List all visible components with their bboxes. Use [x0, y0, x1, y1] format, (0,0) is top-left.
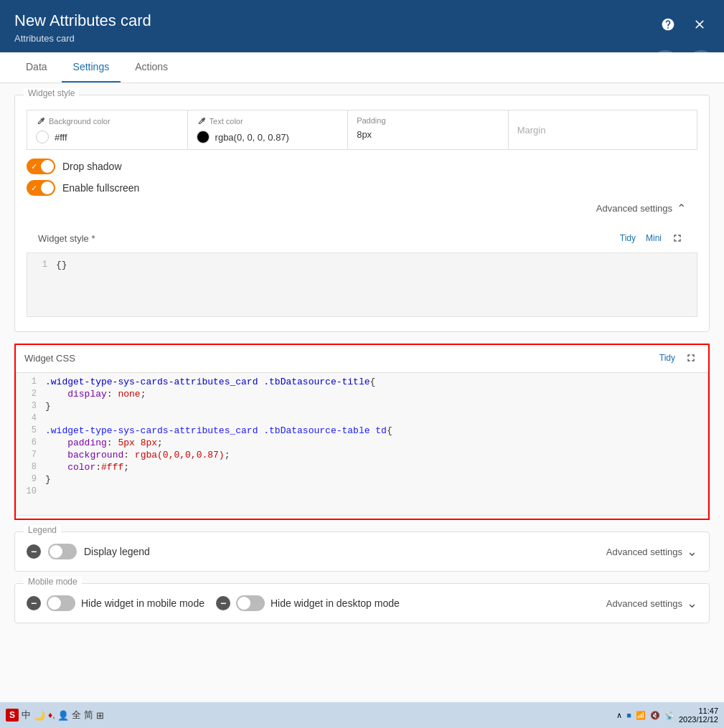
legend-chevron-icon[interactable]: ⌄: [687, 544, 697, 559]
hide-desktop-toggle[interactable]: [236, 595, 265, 611]
drop-shadow-toggle[interactable]: ✓: [27, 159, 55, 174]
ime-chinese-icon: 中: [22, 709, 31, 722]
legend-row: − Display legend Advanced settings ⌄: [27, 544, 697, 559]
tab-data[interactable]: Data: [14, 52, 59, 82]
css-line-6: 6 padding: 5px 8px;: [17, 437, 707, 449]
widget-css-actions: Tidy: [657, 349, 700, 367]
widget-css-label: Widget CSS: [24, 353, 75, 364]
enable-fullscreen-toggle-item: ✓ Enable fullscreen: [27, 180, 697, 196]
ime-moon-icon: 🌙: [34, 710, 45, 721]
tab-actions[interactable]: Actions: [123, 52, 179, 82]
ime-simplified-icon: 简: [84, 709, 93, 722]
legend-advanced-settings: Advanced settings ⌄: [606, 544, 697, 559]
taskbar-wifi-icon: 📶: [636, 711, 646, 720]
css-line-3: 3 }: [17, 400, 707, 412]
css-line-2: 2 display: none;: [17, 388, 707, 400]
taskbar: S 中 🌙 ♦, 👤 全 简 ⊞ ∧ ■ 📶 🔇 📡 11:47 2023/12…: [0, 702, 724, 728]
widget-style-tidy-button[interactable]: Tidy: [617, 232, 639, 245]
taskbar-up-arrow: ∧: [616, 711, 622, 720]
legend-advanced-settings-label: Advanced settings: [606, 547, 682, 557]
background-color-swatch: [36, 131, 49, 143]
css-line-4: 4: [17, 412, 707, 425]
background-color-label: Background color: [36, 116, 179, 126]
display-legend-toggle[interactable]: [48, 544, 77, 559]
widget-style-code-section: Widget style * Tidy Mini 1 {}: [27, 221, 697, 317]
mobile-left: − Hide widget in mobile mode − Hide widg…: [27, 595, 400, 611]
mobile-section-label: Mobile mode: [24, 577, 82, 587]
css-line-9: 9 }: [17, 473, 707, 486]
enable-fullscreen-toggle[interactable]: ✓: [27, 180, 55, 196]
widget-style-mini-button[interactable]: Mini: [643, 232, 664, 245]
background-color-label-text: Background color: [49, 117, 111, 126]
hide-desktop-item: − Hide widget in desktop mode: [216, 595, 400, 611]
widget-style-code-label: Widget style *: [38, 233, 95, 244]
drop-shadow-toggle-item: ✓ Drop shadow: [27, 159, 697, 174]
taskbar-tb-icon: ■: [626, 711, 631, 719]
margin-placeholder: Margin: [517, 125, 546, 136]
background-color-value: #fff: [36, 131, 179, 143]
widget-style-code-header: Widget style * Tidy Mini: [27, 227, 697, 250]
code-line-1: 1 {}: [27, 259, 697, 271]
widget-style-code-editor[interactable]: 1 {}: [27, 252, 697, 317]
dialog-body: Widget style Background color #fff: [0, 83, 724, 728]
padding-field[interactable]: Padding 8px: [347, 110, 508, 150]
dialog-title: New Attributes card: [14, 11, 710, 30]
css-line-7: 7 background: rgba(0,0,0,0.87);: [17, 449, 707, 461]
widget-css-section: Widget CSS Tidy 1 .widget-type-sys-cards…: [14, 344, 710, 520]
widget-css-tidy-button[interactable]: Tidy: [657, 351, 678, 364]
confirm-button[interactable]: [649, 50, 681, 82]
css-line-1: 1 .widget-type-sys-cards-attributes_card…: [17, 376, 707, 388]
dialog-header-actions: [655, 11, 713, 37]
advanced-settings-chevron-icon[interactable]: ⌃: [677, 202, 686, 215]
mobile-section: Mobile mode − Hide widget in mobile mode…: [14, 583, 710, 623]
legend-minus-icon[interactable]: −: [27, 544, 41, 559]
hide-mobile-item: − Hide widget in mobile mode: [27, 595, 204, 611]
text-color-value: rgba(0, 0, 0, 0.87): [197, 131, 339, 143]
padding-label: Padding: [357, 116, 499, 125]
background-color-field[interactable]: Background color #fff: [27, 110, 187, 150]
hide-mobile-toggle[interactable]: [47, 595, 75, 611]
taskbar-time: 11:47 2023/12/12: [679, 706, 718, 724]
css-line-5: 5 .widget-type-sys-cards-attributes_card…: [17, 425, 707, 437]
hide-mobile-minus-icon[interactable]: −: [27, 596, 41, 610]
dialog: New Attributes card Attributes card Data…: [0, 0, 724, 728]
widget-css-expand-button[interactable]: [682, 349, 700, 367]
mobile-chevron-icon[interactable]: ⌄: [687, 595, 697, 611]
tabs: Data Settings Actions: [0, 52, 724, 83]
widget-style-section: Widget style Background color #fff: [14, 95, 710, 332]
advanced-settings-label: Advanced settings: [596, 203, 672, 214]
taskbar-speaker-icon: 🔇: [650, 711, 660, 720]
mobile-advanced-settings: Advanced settings ⌄: [606, 595, 697, 611]
widget-css-header: Widget CSS Tidy: [16, 345, 708, 369]
tab-settings[interactable]: Settings: [62, 52, 121, 82]
text-color-field[interactable]: Text color rgba(0, 0, 0, 0.87): [187, 110, 348, 150]
mobile-row: − Hide widget in mobile mode − Hide widg…: [27, 595, 697, 611]
taskbar-left: S 中 🌙 ♦, 👤 全 简 ⊞: [6, 709, 104, 722]
help-button[interactable]: [655, 11, 681, 37]
drop-shadow-label: Drop shadow: [62, 161, 122, 172]
legend-section-label: Legend: [24, 525, 61, 535]
text-color-swatch: [197, 131, 210, 143]
advanced-settings-row: Advanced settings ⌃: [27, 196, 697, 221]
ime-person-icon: 👤: [57, 710, 69, 721]
display-legend-label: Display legend: [84, 546, 150, 557]
margin-field[interactable]: Margin: [508, 110, 697, 150]
widget-style-expand-button[interactable]: [669, 230, 686, 247]
dialog-header: New Attributes card Attributes card: [0, 0, 724, 52]
toggles-row: ✓ Drop shadow ✓ Enable fullscreen: [27, 159, 697, 196]
widget-css-editor[interactable]: 1 .widget-type-sys-cards-attributes_card…: [16, 372, 708, 516]
widget-style-legend: Widget style: [24, 88, 79, 98]
mobile-advanced-settings-label: Advanced settings: [606, 598, 682, 609]
text-color-label: Text color: [197, 116, 339, 126]
widget-style-code-actions: Tidy Mini: [617, 230, 686, 247]
color-row: Background color #fff Text color rgba(0,: [27, 110, 697, 150]
cancel-button[interactable]: [685, 50, 717, 82]
drop-shadow-check-icon: ✓: [31, 162, 37, 171]
hide-mobile-label: Hide widget in mobile mode: [81, 597, 204, 609]
close-button[interactable]: [687, 11, 713, 37]
ime-punct-icon: ♦,: [48, 710, 55, 720]
dialog-subtitle: Attributes card: [14, 33, 710, 44]
hide-desktop-minus-icon[interactable]: −: [216, 596, 230, 610]
taskbar-network-icon: 📡: [664, 711, 674, 720]
legend-section: Legend − Display legend Advanced setting…: [14, 531, 710, 572]
